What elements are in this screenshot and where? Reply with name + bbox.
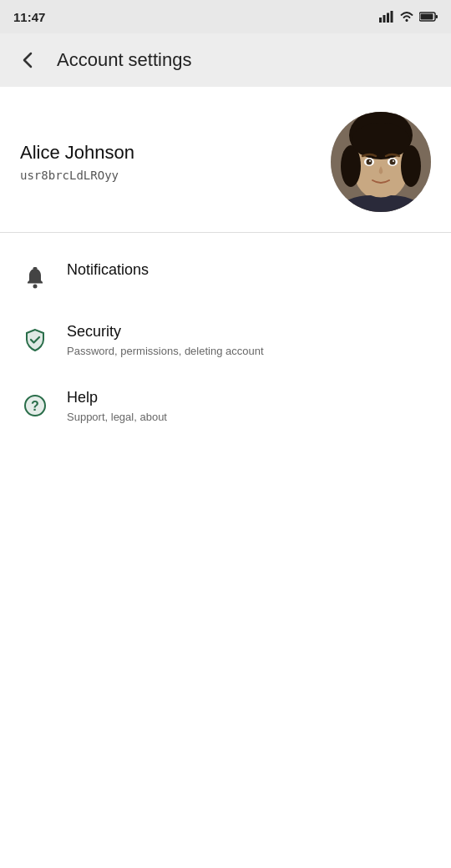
- help-icon-container: ?: [20, 391, 50, 421]
- notifications-icon-container: [20, 263, 50, 293]
- page-title: Account settings: [57, 49, 438, 71]
- notifications-title: Notifications: [67, 261, 149, 279]
- security-icon-container: [20, 325, 50, 355]
- security-title: Security: [67, 323, 264, 341]
- svg-point-20: [393, 160, 394, 162]
- back-arrow-icon: [18, 50, 38, 70]
- profile-id: usr8brcLdLROyy: [20, 169, 134, 182]
- security-text: Security Password, permissions, deleting…: [67, 323, 264, 359]
- back-button[interactable]: [13, 45, 43, 75]
- help-text: Help Support, legal, about: [67, 389, 167, 425]
- security-subtitle: Password, permissions, deleting account: [67, 344, 264, 359]
- help-icon: ?: [23, 394, 47, 417]
- help-title: Help: [67, 389, 167, 406]
- battery-icon: [419, 12, 438, 22]
- divider: [0, 232, 451, 233]
- status-time: 11:47: [13, 10, 45, 24]
- svg-rect-7: [436, 15, 438, 18]
- avatar-image: [331, 112, 431, 212]
- svg-text:?: ?: [31, 399, 39, 413]
- status-bar: 11:47: [0, 0, 451, 33]
- svg-rect-0: [379, 18, 382, 23]
- profile-section: Alice Johnson usr8brcLdLROyy: [0, 87, 451, 232]
- profile-info: Alice Johnson usr8brcLdLROyy: [20, 142, 134, 182]
- svg-point-14: [352, 123, 410, 159]
- svg-point-17: [367, 159, 372, 165]
- svg-point-4: [406, 19, 408, 22]
- avatar: [331, 112, 431, 212]
- notifications-text: Notifications: [67, 261, 149, 279]
- security-menu-item[interactable]: Security Password, permissions, deleting…: [0, 308, 451, 374]
- wifi-icon: [399, 11, 414, 23]
- help-menu-item[interactable]: ? Help Support, legal, about: [0, 374, 451, 440]
- svg-point-21: [33, 285, 38, 289]
- bell-icon: [23, 266, 47, 290]
- profile-name: Alice Johnson: [20, 142, 134, 164]
- svg-rect-2: [387, 13, 389, 23]
- top-bar: Account settings: [0, 33, 451, 87]
- svg-point-18: [390, 159, 396, 165]
- svg-rect-3: [391, 11, 393, 23]
- status-icons: [379, 11, 438, 23]
- svg-rect-1: [383, 15, 386, 23]
- help-subtitle: Support, legal, about: [67, 410, 167, 425]
- svg-point-19: [369, 160, 371, 162]
- shield-icon: [23, 328, 47, 351]
- notifications-menu-item[interactable]: Notifications: [0, 246, 451, 308]
- svg-rect-22: [33, 267, 38, 270]
- signal-icon: [379, 11, 394, 23]
- menu-list: Notifications Security Password, permiss…: [0, 240, 451, 447]
- svg-rect-6: [421, 14, 433, 20]
